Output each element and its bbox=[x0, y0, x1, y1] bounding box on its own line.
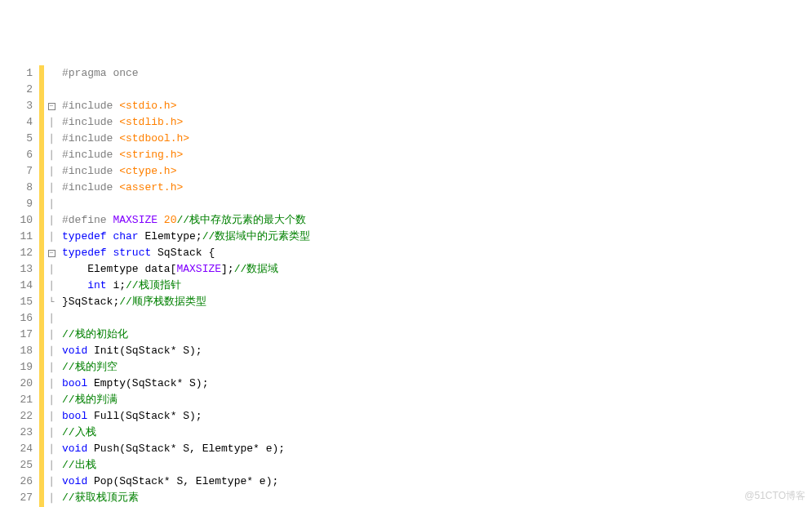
code-line[interactable]: #include <stdbool.h> bbox=[62, 131, 446, 147]
fold-indicator: │ bbox=[44, 114, 59, 131]
code-line[interactable]: //出栈 bbox=[62, 457, 446, 474]
code-line[interactable]: bool Full(SqStack* S); bbox=[62, 408, 446, 425]
code-token: SqStack { bbox=[151, 247, 215, 259]
code-line[interactable]: //栈的判空 bbox=[62, 359, 446, 376]
fold-indicator: │ bbox=[44, 441, 59, 457]
fold-indicator: └ bbox=[44, 294, 59, 310]
code-line[interactable]: #pragma once bbox=[62, 65, 446, 82]
fold-indicator: │ bbox=[44, 261, 59, 278]
code-token: void bbox=[62, 475, 87, 487]
code-token: typedef bbox=[62, 230, 107, 242]
code-token: //获取栈顶元素 bbox=[62, 491, 139, 504]
code-token: #include bbox=[62, 165, 119, 177]
code-token: typedef bbox=[62, 247, 107, 259]
code-token: #include bbox=[62, 132, 119, 145]
code-token: <ctype.h> bbox=[119, 165, 176, 177]
code-line[interactable]: Elemtype data[MAXSIZE];//数据域 bbox=[62, 261, 446, 278]
line-number: 2 bbox=[0, 82, 33, 98]
code-token: //栈的初始化 bbox=[62, 328, 128, 340]
code-line[interactable] bbox=[62, 82, 446, 98]
code-token: #pragma once bbox=[62, 67, 139, 79]
code-token: //出栈 bbox=[62, 459, 96, 471]
code-token: #include bbox=[62, 100, 119, 112]
code-line[interactable]: bool Empty(SqStack* S); bbox=[62, 376, 446, 392]
fold-indicator: │ bbox=[44, 163, 59, 180]
code-token: //栈顶指针 bbox=[126, 279, 181, 291]
code-token: MAXSIZE bbox=[176, 263, 221, 275]
code-token: bool bbox=[62, 377, 87, 389]
fold-indicator: │ bbox=[44, 310, 59, 327]
code-line[interactable]: void Pop(SqStack* S, Elemtype* e); bbox=[62, 474, 446, 490]
code-token: i; bbox=[107, 279, 126, 291]
code-token: int bbox=[87, 279, 106, 291]
code-token bbox=[62, 279, 87, 291]
line-number: 17 bbox=[0, 327, 33, 343]
code-line[interactable] bbox=[62, 310, 446, 327]
line-number: 8 bbox=[0, 180, 33, 196]
line-number: 22 bbox=[0, 408, 33, 425]
fold-collapse-icon[interactable]: − bbox=[48, 250, 55, 257]
code-line[interactable]: #include <string.h> bbox=[62, 147, 446, 163]
fold-collapse-icon[interactable]: − bbox=[48, 103, 55, 110]
code-token: MAXSIZE bbox=[113, 214, 158, 226]
code-line[interactable]: //栈的初始化 bbox=[62, 327, 446, 343]
code-editor[interactable]: 1234567891011121314151617181920212223242… bbox=[0, 65, 812, 507]
code-line[interactable]: void Init(SqStack* S); bbox=[62, 343, 446, 359]
code-line[interactable]: //获取栈顶元素 bbox=[62, 490, 446, 506]
line-number: 26 bbox=[0, 474, 33, 490]
fold-indicator bbox=[44, 82, 59, 98]
code-token: Init(SqStack* S); bbox=[87, 345, 202, 357]
line-number-gutter: 1234567891011121314151617181920212223242… bbox=[0, 65, 39, 507]
line-number: 10 bbox=[0, 212, 33, 229]
code-line[interactable]: #include <stdio.h> bbox=[62, 98, 446, 114]
fold-indicator: │ bbox=[44, 457, 59, 474]
code-token: bool bbox=[62, 410, 87, 422]
code-token: }SqStack; bbox=[62, 296, 119, 308]
code-token: Elemtype data[ bbox=[62, 263, 176, 275]
code-token: Elemtype; bbox=[139, 230, 202, 242]
fold-indicator[interactable]: − bbox=[44, 98, 59, 114]
code-line[interactable]: #define MAXSIZE 20//栈中存放元素的最大个数 bbox=[62, 212, 446, 229]
code-line[interactable]: typedef char Elemtype;//数据域中的元素类型 bbox=[62, 229, 446, 245]
line-number: 19 bbox=[0, 359, 33, 376]
code-line[interactable]: }SqStack;//顺序栈数据类型 bbox=[62, 294, 446, 310]
code-line[interactable]: void Push(SqStack* S, Elemtype* e); bbox=[62, 441, 446, 457]
fold-indicator: │ bbox=[44, 392, 59, 408]
line-number: 13 bbox=[0, 261, 33, 278]
fold-indicator: │ bbox=[44, 131, 59, 147]
fold-indicator: │ bbox=[44, 212, 59, 229]
fold-indicator: │ bbox=[44, 490, 59, 506]
line-number: 14 bbox=[0, 278, 33, 294]
line-number: 1 bbox=[0, 65, 33, 82]
code-token: <assert.h> bbox=[119, 181, 183, 193]
fold-indicator: │ bbox=[44, 278, 59, 294]
code-token: //入栈 bbox=[62, 426, 96, 438]
code-token: 20 bbox=[164, 214, 177, 226]
fold-indicator[interactable]: − bbox=[44, 245, 59, 261]
line-number: 18 bbox=[0, 343, 33, 359]
code-token: void bbox=[62, 345, 87, 357]
line-number: 3 bbox=[0, 98, 33, 114]
line-number: 25 bbox=[0, 457, 33, 474]
code-token: //数据域 bbox=[234, 263, 279, 275]
code-token: Pop(SqStack* S, Elemtype* e); bbox=[87, 475, 278, 487]
fold-indicator: │ bbox=[44, 327, 59, 343]
fold-indicator: │ bbox=[44, 425, 59, 441]
fold-column[interactable]: −││││││││−││└│││││││││││││││└ bbox=[44, 65, 59, 507]
code-line[interactable]: typedef struct SqStack { bbox=[62, 245, 446, 261]
code-line[interactable] bbox=[62, 196, 446, 212]
fold-indicator: │ bbox=[44, 180, 59, 196]
fold-indicator: │ bbox=[44, 474, 59, 490]
code-line[interactable]: //栈的判满 bbox=[62, 392, 446, 408]
code-token: <stdbool.h> bbox=[119, 132, 189, 145]
code-token: <stdlib.h> bbox=[119, 116, 183, 128]
fold-indicator: │ bbox=[44, 147, 59, 163]
fold-indicator: │ bbox=[44, 408, 59, 425]
code-token: <string.h> bbox=[119, 149, 183, 161]
code-line[interactable]: #include <ctype.h> bbox=[62, 163, 446, 180]
code-line[interactable]: //入栈 bbox=[62, 425, 446, 441]
code-line[interactable]: int i;//栈顶指针 bbox=[62, 278, 446, 294]
code-line[interactable]: #include <stdlib.h> bbox=[62, 114, 446, 131]
code-area[interactable]: #pragma once#include <stdio.h>#include <… bbox=[59, 65, 446, 507]
code-line[interactable]: #include <assert.h> bbox=[62, 180, 446, 196]
